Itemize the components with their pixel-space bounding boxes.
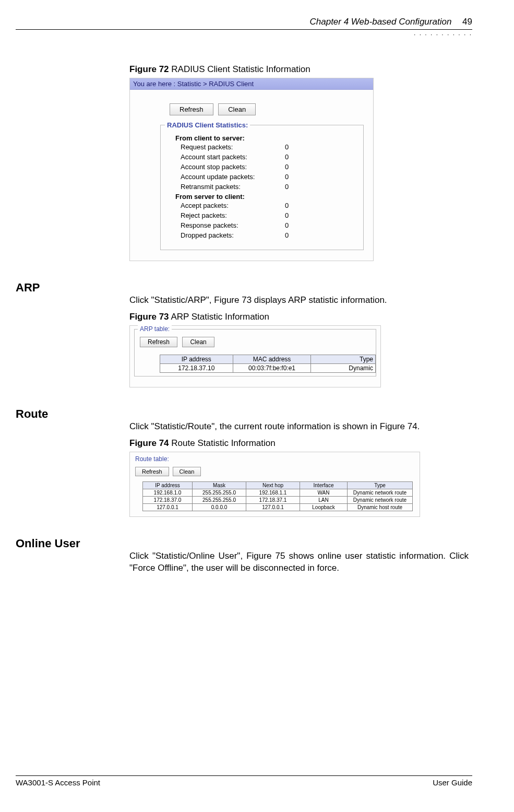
table-row: 172.18.37.0 255.255.255.0 172.18.37.1 LA… [143, 496, 413, 503]
refresh-button[interactable]: Refresh [140, 337, 177, 347]
col-mac: MAC address [233, 355, 311, 363]
stat-row: Response packets:0 [166, 220, 358, 230]
online-user-heading: Online User [16, 537, 472, 550]
header-rule [16, 29, 472, 30]
figure72-caption: Figure 72 RADIUS Client Statistic Inform… [129, 64, 469, 75]
figure74-screenshot: Route table: Refresh Clean IP address Ma… [129, 452, 420, 517]
clean-button[interactable]: Clean [182, 337, 214, 347]
header-dots: · · · · · · · · · · · [16, 31, 472, 38]
footer-rule [16, 775, 472, 776]
online-user-text: Click "Statistic/Online User", Figure 75… [129, 550, 469, 574]
table-row: 127.0.0.1 0.0.0.0 127.0.0.1 Loopback Dyn… [143, 503, 413, 511]
figure73-screenshot: ARP table: Refresh Clean IP address MAC … [129, 325, 381, 387]
from-client-to-server-heading: From client to server: [166, 134, 358, 142]
footer-right: User Guide [433, 778, 472, 787]
arp-intro: Click "Statistic/ARP", Figure 73 display… [129, 295, 469, 307]
stat-row: Retransmit packets:0 [166, 182, 358, 192]
stat-row: Accept packets:0 [166, 201, 358, 210]
stat-row: Reject packets:0 [166, 210, 358, 220]
col-type: Type [311, 355, 376, 363]
footer-left: WA3001-S Access Point [16, 778, 100, 787]
stat-row: Account start packets:0 [166, 152, 358, 162]
stat-row: Account stop packets:0 [166, 162, 358, 172]
arp-legend: ARP table: [138, 325, 172, 333]
col-ip: IP address [160, 355, 233, 363]
figure73-caption: Figure 73 ARP Statistic Information [129, 312, 469, 322]
stat-row: Request packets:0 [166, 142, 358, 152]
header-chapter: Chapter 4 Web-based Configuration [309, 17, 451, 27]
from-server-to-client-heading: From server to client: [166, 193, 358, 201]
route-legend: Route table: [130, 452, 420, 463]
arp-table: IP address MAC address Type 172.18.37.10… [160, 355, 376, 373]
route-heading: Route [16, 407, 472, 421]
figure72-screenshot: You are here : Statistic > RADIUS Client… [129, 78, 374, 261]
clean-button[interactable]: Clean [218, 103, 256, 115]
route-table: IP address Mask Next hop Interface Type … [142, 481, 413, 511]
stat-row: Account update packets:0 [166, 172, 358, 182]
arp-heading: ARP [16, 281, 472, 295]
table-row: 172.18.37.10 00:03:7f:be:f0:e1 Dynamic [160, 363, 376, 372]
refresh-button[interactable]: Refresh [135, 467, 169, 476]
table-row: 192.168.1.0 255.255.255.0 192.168.1.1 WA… [143, 489, 413, 496]
radius-legend: RADIUS Client Statistics: [165, 121, 250, 129]
breadcrumb: You are here : Statistic > RADIUS Client [130, 78, 373, 90]
stat-row: Dropped packets:0 [166, 230, 358, 240]
refresh-button[interactable]: Refresh [170, 103, 213, 115]
clean-button[interactable]: Clean [173, 467, 201, 476]
figure74-caption: Figure 74 Route Statistic Information [129, 438, 469, 449]
route-intro: Click "Statistic/Route", the current rou… [129, 421, 469, 433]
header-page-number: 49 [462, 17, 472, 27]
